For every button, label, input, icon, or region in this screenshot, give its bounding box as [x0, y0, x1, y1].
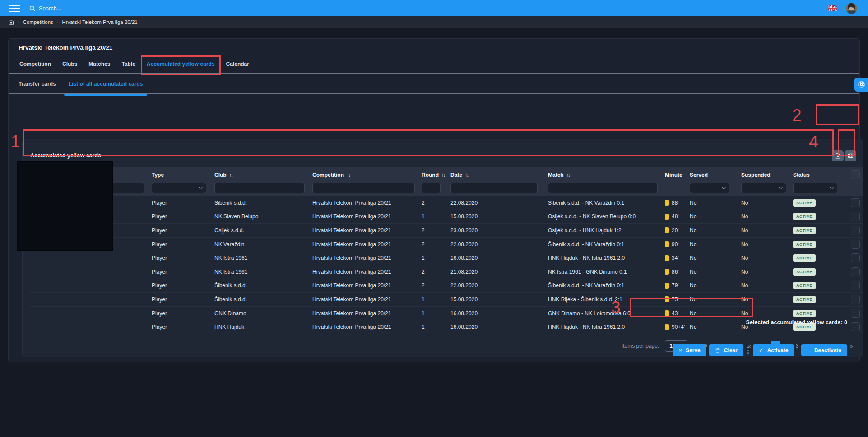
- row-checkbox[interactable]: [851, 267, 860, 276]
- yellow-card-icon: [665, 296, 669, 302]
- cell-competition: Hrvatski Telekom Prva liga 20/21: [312, 324, 422, 330]
- cell-status: ACTIVE: [793, 268, 847, 276]
- filter-match-input[interactable]: [548, 183, 658, 193]
- filter-date-input[interactable]: [450, 183, 538, 193]
- tab-clubs[interactable]: Clubs: [61, 60, 78, 69]
- subtab-transfer-cards[interactable]: Transfer cards: [19, 79, 56, 88]
- search-input[interactable]: [39, 5, 79, 12]
- filter-suspended-select[interactable]: [741, 183, 786, 193]
- row-checkbox[interactable]: [851, 322, 860, 331]
- close-icon: ×: [678, 347, 682, 354]
- sort-icon[interactable]: ↑↓: [347, 172, 350, 178]
- cell-competition: Hrvatski Telekom Prva liga 20/21: [312, 200, 422, 206]
- breadcrumb-competitions[interactable]: Competitions: [23, 19, 53, 25]
- breadcrumb-separator: ›: [18, 19, 19, 25]
- sort-icon[interactable]: ↑↓: [465, 172, 468, 178]
- global-search[interactable]: [28, 4, 85, 14]
- cell-served: No: [690, 213, 741, 220]
- row-checkbox[interactable]: [851, 309, 860, 318]
- cell-date: 15.08.2020: [450, 296, 548, 303]
- row-checkbox[interactable]: [851, 226, 860, 235]
- cell-match: Osijek s.d.d. - NK Slaven Belupo 0:0: [548, 213, 665, 220]
- column-header-match[interactable]: Match↑↓: [548, 172, 665, 178]
- columns-icon: [848, 153, 854, 159]
- sort-icon[interactable]: ↑↓: [229, 172, 232, 178]
- cell-type: Player: [152, 296, 214, 303]
- row-checkbox[interactable]: [851, 212, 860, 221]
- filter-status-select[interactable]: [793, 183, 837, 193]
- cell-match: Osijek s.d.d. - HNK Hajduk 1:2: [548, 227, 665, 234]
- tab-table[interactable]: Table: [121, 60, 136, 69]
- cell-round: 1: [422, 255, 450, 261]
- cell-date: 22.08.2020: [450, 200, 548, 206]
- row-checkbox[interactable]: [851, 295, 860, 304]
- cell-minute: 43': [665, 310, 690, 317]
- row-checkbox[interactable]: [851, 281, 860, 290]
- pagination-last-button[interactable]: »: [846, 341, 856, 351]
- cell-date: 16.08.2020: [450, 324, 548, 330]
- panel-title: Accumulated yellow cards: [30, 152, 101, 159]
- subtab-list-of-all-accumulated-cards[interactable]: List of all accumulated cards: [69, 79, 143, 88]
- cell-date: 16.08.2020: [450, 310, 548, 317]
- column-header-date[interactable]: Date↑↓: [450, 172, 548, 178]
- settings-button[interactable]: [854, 78, 868, 92]
- tab-matches[interactable]: Matches: [88, 60, 111, 69]
- tab-calendar[interactable]: Calendar: [225, 60, 250, 69]
- yellow-card-icon: [665, 324, 669, 330]
- status-badge: ACTIVE: [793, 254, 816, 262]
- cell-type: Player: [152, 241, 214, 248]
- status-badge: ACTIVE: [793, 227, 816, 234]
- cell-club: NK Varaždin: [214, 241, 312, 248]
- column-header-round[interactable]: Round↑↓: [422, 172, 450, 178]
- export-file-button[interactable]: [832, 150, 844, 161]
- cell-competition: Hrvatski Telekom Prva liga 20/21: [312, 241, 422, 248]
- avatar[interactable]: [846, 3, 857, 14]
- filter-club-input[interactable]: [214, 183, 305, 193]
- deactivate-button[interactable]: −Deactivate: [801, 344, 847, 356]
- tab-accumulated-yellow-cards[interactable]: Accumulated yellow cards: [146, 60, 216, 69]
- filter-type-select[interactable]: [152, 183, 206, 193]
- filter-round-input[interactable]: [422, 183, 441, 193]
- clear-button[interactable]: Clear: [709, 344, 743, 356]
- yellow-card-icon: [665, 227, 669, 233]
- select-all-checkbox[interactable]: [851, 170, 860, 179]
- sort-icon[interactable]: ↑↓: [441, 172, 445, 178]
- cell-status: ACTIVE: [793, 254, 847, 262]
- sort-icon[interactable]: ↑↓: [566, 172, 570, 178]
- serve-button[interactable]: ×Serve: [673, 344, 706, 356]
- cell-minute: 90+4': [665, 324, 690, 330]
- cell-round: 1: [422, 324, 450, 330]
- column-header-club[interactable]: Club↑↓: [214, 172, 312, 178]
- activate-button[interactable]: ✓Activate: [753, 344, 794, 356]
- search-icon: [29, 5, 36, 12]
- cell-type: Player: [152, 200, 214, 206]
- chevron-down-icon: [722, 184, 726, 189]
- cell-served: No: [690, 241, 741, 248]
- columns-settings-button[interactable]: [845, 150, 856, 161]
- cell-suspended: No: [741, 269, 793, 275]
- cell-match: Šibenik s.d.d. - NK Varaždin 0:1: [548, 200, 665, 206]
- cell-minute: 88': [665, 200, 690, 206]
- cell-round: 2: [422, 241, 450, 248]
- cell-club: Šibenik s.d.d.: [214, 200, 312, 206]
- cell-served: No: [690, 296, 741, 303]
- filter-served-select[interactable]: [690, 183, 729, 193]
- hamburger-menu-icon[interactable]: [9, 5, 20, 12]
- table-row: Player NK Istra 1961 Hrvatski Telekom Pr…: [30, 265, 863, 279]
- cell-round: 2: [422, 269, 450, 275]
- row-checkbox[interactable]: [851, 240, 860, 249]
- filter-competition-input[interactable]: [312, 183, 415, 193]
- cell-round: 1: [422, 296, 450, 303]
- cell-date: 21.08.2020: [450, 269, 548, 275]
- row-checkbox[interactable]: [851, 253, 860, 262]
- tab-label: Accumulated yellow cards: [147, 61, 215, 67]
- column-header-suspended: Suspended: [741, 172, 793, 178]
- column-header-competition[interactable]: Competition↑↓: [312, 172, 422, 178]
- cell-status: ACTIVE: [793, 296, 847, 303]
- table-row: Player NK Varaždin Hrvatski Telekom Prva…: [30, 238, 863, 252]
- home-icon[interactable]: [8, 19, 14, 25]
- cell-suspended: No: [741, 227, 793, 234]
- row-checkbox[interactable]: [851, 198, 860, 207]
- uk-flag-icon[interactable]: [828, 5, 837, 11]
- tab-competition[interactable]: Competition: [19, 60, 52, 69]
